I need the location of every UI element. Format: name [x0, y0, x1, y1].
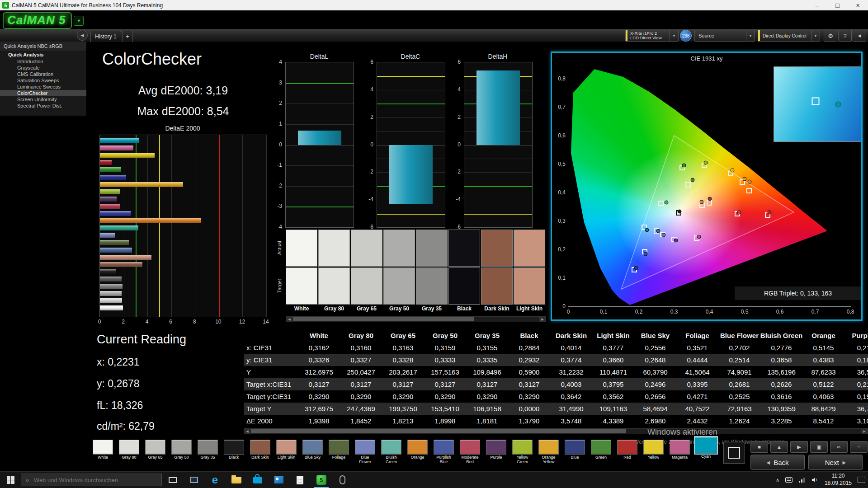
patch-button-gray-80[interactable]: Gray 80 — [118, 440, 140, 469]
taskbar-notes-app[interactable] — [289, 472, 311, 488]
table-scrollbar[interactable]: ◀ ▶ — [244, 428, 868, 434]
pattern-window-icon — [728, 447, 740, 459]
menu-icon[interactable]: ≡ — [850, 441, 868, 453]
task-view-button[interactable] — [162, 472, 183, 488]
patch-label: Blue Flower — [354, 455, 376, 465]
sidebar-item-grayscale[interactable]: Grayscale — [0, 65, 86, 71]
patch-button-foliage[interactable]: Foliage — [328, 440, 349, 469]
table-cell: 0,3395 — [676, 378, 718, 390]
patch-button-cyan[interactable]: Cyan — [695, 437, 717, 467]
search-input[interactable] — [33, 476, 134, 484]
table-cell: 0,3159 — [424, 342, 466, 354]
patch-button-orange[interactable]: Orange — [407, 440, 428, 469]
cie-y-tick: 0,4 — [558, 189, 566, 196]
start-button[interactable] — [0, 472, 21, 488]
taskbar-edge[interactable]: e — [204, 472, 226, 488]
chevron-down-icon[interactable]: ▼ — [811, 30, 820, 41]
panel-collapse-icon[interactable]: ◀ — [853, 30, 866, 42]
actual-swatch-gray-80 — [318, 230, 350, 267]
taskbar-clock[interactable]: 11:20 18.09.2015 — [825, 473, 852, 487]
taskbar-file-explorer[interactable] — [226, 472, 247, 488]
cie-1931-panel[interactable]: CIE 1931 xy 0,80,70,60,50,40,30,20,10 00… — [551, 52, 863, 321]
capture-icon[interactable]: ▣ — [810, 441, 828, 453]
sidebar-root-quick-analysis[interactable]: Quick Analysis — [0, 51, 86, 58]
sidebar-collapse-icon[interactable]: ◀ — [77, 30, 88, 41]
swatch-scrollbar[interactable]: ◀ ▶ — [286, 316, 546, 322]
eject-icon[interactable]: ▲ — [770, 441, 788, 453]
scroll-left-icon[interactable]: ◀ — [244, 429, 250, 434]
sidebar-item-luminance-sweeps[interactable]: Luminance Sweeps — [0, 84, 86, 90]
tab-history-1[interactable]: History 1 — [90, 31, 121, 42]
tray-chevron-up-icon[interactable]: ∧ — [776, 477, 779, 483]
link-icon[interactable]: ∞ — [830, 441, 848, 453]
sidebar-item-saturation-sweeps[interactable]: Saturation Sweeps — [0, 77, 86, 84]
taskbar-photos[interactable] — [268, 472, 289, 488]
patch-button-orange-yellow[interactable]: Orange Yellow — [538, 440, 559, 469]
volume-icon[interactable] — [811, 477, 819, 483]
sidebar-item-spectral-power-dist-[interactable]: Spectral Power Dist. — [0, 103, 86, 109]
display-control-selector[interactable]: Direct Display Control ▼ — [758, 30, 820, 42]
patch-button-green[interactable]: Green — [590, 440, 612, 469]
patch-button-magenta[interactable]: Magenta — [669, 440, 690, 469]
cie-measured-marker — [767, 211, 771, 215]
notification-center-icon[interactable] — [858, 477, 865, 483]
next-button[interactable]: Next ▶ — [808, 455, 863, 470]
stop-icon[interactable]: ■ — [750, 441, 768, 453]
help-icon[interactable]: ? — [838, 30, 852, 42]
patch-button-blue-flower[interactable]: Blue Flower — [354, 440, 376, 469]
patch-button-white[interactable]: White — [92, 440, 113, 469]
source-selector[interactable]: Source ▼ — [694, 30, 755, 42]
sidebar-item-screen-uniformity[interactable]: Screen Uniformity — [0, 96, 86, 103]
network-icon[interactable] — [798, 477, 806, 483]
patch-button-gray-65[interactable]: Gray 65 — [145, 440, 166, 469]
taskbar-search[interactable]: ○ — [21, 474, 162, 486]
minimize-button[interactable]: – — [807, 0, 827, 10]
patch-button-black[interactable]: Black — [223, 440, 245, 469]
add-tab-button[interactable]: + — [122, 31, 133, 42]
table-cell: 36,53 — [844, 366, 868, 378]
cie-chart-title: CIE 1931 xy — [552, 55, 861, 62]
patch-button-purple[interactable]: Purple — [486, 440, 507, 469]
table-scroll-thumb[interactable] — [251, 429, 626, 433]
patch-button-gray-50[interactable]: Gray 50 — [171, 440, 192, 469]
patch-button-blue[interactable]: Blue — [564, 440, 585, 469]
keyboard-icon[interactable] — [785, 477, 793, 483]
gear-icon[interactable]: ⚙ — [824, 30, 837, 42]
scroll-left-icon[interactable]: ◀ — [286, 317, 292, 322]
patch-button-yellow[interactable]: Yellow — [643, 440, 664, 469]
chevron-down-icon[interactable]: ▼ — [670, 30, 678, 41]
scroll-right-icon[interactable]: ▶ — [539, 317, 546, 322]
patch-button-light-skin[interactable]: Light Skin — [276, 440, 297, 469]
back-button[interactable]: ◀ Back — [750, 455, 805, 470]
table-cell: 0,4063 — [802, 390, 844, 403]
maximize-button[interactable]: □ — [827, 0, 848, 10]
logo-dropdown-icon[interactable]: ▼ — [74, 16, 84, 26]
patch-button-purplish-blue[interactable]: Purplish Blue — [433, 440, 454, 469]
taskbar-calman[interactable]: 5 — [311, 472, 332, 488]
play-icon[interactable]: ▶ — [790, 441, 808, 453]
chevron-down-icon[interactable]: ▼ — [746, 30, 755, 41]
taskbar-app-window[interactable] — [183, 472, 204, 488]
table-cell: 58,4694 — [634, 403, 676, 415]
deltal-chart — [285, 62, 354, 228]
patch-button-moderate-red[interactable]: Moderate Red — [459, 440, 481, 469]
taskbar-store[interactable] — [247, 472, 268, 488]
patch-button-blue-sky[interactable]: Blue Sky — [302, 440, 323, 469]
scroll-right-icon[interactable]: ▶ — [861, 429, 868, 434]
patch-button-dark-skin[interactable]: Dark Skin — [250, 440, 271, 469]
close-button[interactable]: × — [848, 0, 868, 10]
pattern-window-button[interactable] — [723, 442, 745, 464]
sidebar-item-introduction[interactable]: Introduction — [0, 58, 86, 65]
patch-button-yellow-green[interactable]: Yellow Green — [512, 440, 533, 469]
patch-button-red[interactable]: Red — [617, 440, 638, 469]
swatch-scroll-thumb[interactable] — [293, 317, 474, 321]
table-cell: 0,2776 — [760, 342, 802, 354]
patch-button-gray-35[interactable]: Gray 35 — [197, 440, 218, 469]
sidebar-item-cms-calibration[interactable]: CMS Calibration — [0, 71, 86, 77]
taskbar-device-app[interactable] — [332, 472, 353, 488]
table-cell: 0,2681 — [718, 378, 760, 390]
table-row-label-x-cie31: x: CIE31 — [244, 342, 298, 354]
sidebar-item-colorchecker[interactable]: ColorChecker — [0, 90, 86, 96]
meter-selector[interactable]: X-Rite i1Pro 2 LCD Direct View ▼ — [625, 30, 679, 42]
patch-button-bluish-green[interactable]: Bluish Green — [381, 440, 402, 469]
